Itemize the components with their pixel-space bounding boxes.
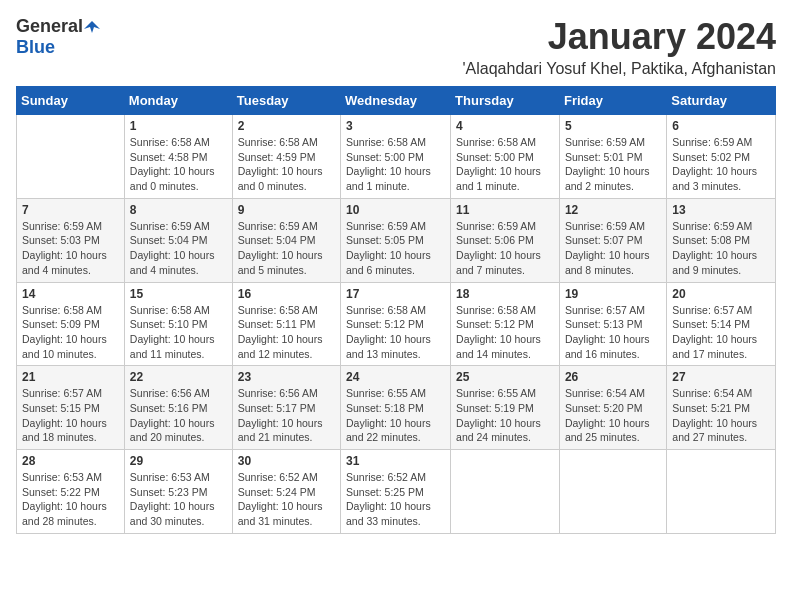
logo: General Blue [16,16,101,58]
table-row: 2Sunrise: 6:58 AM Sunset: 4:59 PM Daylig… [232,115,340,199]
table-row: 25Sunrise: 6:55 AM Sunset: 5:19 PM Dayli… [451,366,560,450]
svg-marker-0 [84,21,100,33]
day-number: 18 [456,287,554,301]
col-wednesday: Wednesday [341,87,451,115]
table-row [451,450,560,534]
day-info: Sunrise: 6:55 AM Sunset: 5:18 PM Dayligh… [346,386,445,445]
day-number: 31 [346,454,445,468]
day-info: Sunrise: 6:58 AM Sunset: 5:10 PM Dayligh… [130,303,227,362]
table-row: 13Sunrise: 6:59 AM Sunset: 5:08 PM Dayli… [667,198,776,282]
day-info: Sunrise: 6:59 AM Sunset: 5:01 PM Dayligh… [565,135,661,194]
logo-bird-icon [84,19,100,35]
day-number: 6 [672,119,770,133]
table-row: 22Sunrise: 6:56 AM Sunset: 5:16 PM Dayli… [124,366,232,450]
table-row: 29Sunrise: 6:53 AM Sunset: 5:23 PM Dayli… [124,450,232,534]
day-info: Sunrise: 6:59 AM Sunset: 5:06 PM Dayligh… [456,219,554,278]
table-row: 24Sunrise: 6:55 AM Sunset: 5:18 PM Dayli… [341,366,451,450]
page-header: General Blue January 2024 'Alaqahdari Yo… [16,16,776,78]
day-info: Sunrise: 6:53 AM Sunset: 5:23 PM Dayligh… [130,470,227,529]
table-row: 20Sunrise: 6:57 AM Sunset: 5:14 PM Dayli… [667,282,776,366]
day-info: Sunrise: 6:59 AM Sunset: 5:07 PM Dayligh… [565,219,661,278]
day-info: Sunrise: 6:58 AM Sunset: 5:12 PM Dayligh… [456,303,554,362]
day-number: 20 [672,287,770,301]
day-info: Sunrise: 6:57 AM Sunset: 5:15 PM Dayligh… [22,386,119,445]
calendar-table: Sunday Monday Tuesday Wednesday Thursday… [16,86,776,534]
logo-general-text: General [16,16,83,37]
calendar-week-row: 28Sunrise: 6:53 AM Sunset: 5:22 PM Dayli… [17,450,776,534]
table-row: 3Sunrise: 6:58 AM Sunset: 5:00 PM Daylig… [341,115,451,199]
day-info: Sunrise: 6:55 AM Sunset: 5:19 PM Dayligh… [456,386,554,445]
col-tuesday: Tuesday [232,87,340,115]
table-row: 5Sunrise: 6:59 AM Sunset: 5:01 PM Daylig… [559,115,666,199]
day-info: Sunrise: 6:58 AM Sunset: 4:58 PM Dayligh… [130,135,227,194]
day-number: 25 [456,370,554,384]
table-row: 9Sunrise: 6:59 AM Sunset: 5:04 PM Daylig… [232,198,340,282]
table-row: 26Sunrise: 6:54 AM Sunset: 5:20 PM Dayli… [559,366,666,450]
table-row: 31Sunrise: 6:52 AM Sunset: 5:25 PM Dayli… [341,450,451,534]
day-number: 19 [565,287,661,301]
day-number: 13 [672,203,770,217]
day-number: 5 [565,119,661,133]
day-number: 22 [130,370,227,384]
day-number: 16 [238,287,335,301]
table-row: 21Sunrise: 6:57 AM Sunset: 5:15 PM Dayli… [17,366,125,450]
day-number: 14 [22,287,119,301]
day-number: 29 [130,454,227,468]
day-number: 2 [238,119,335,133]
day-info: Sunrise: 6:56 AM Sunset: 5:16 PM Dayligh… [130,386,227,445]
day-number: 28 [22,454,119,468]
calendar-header-row: Sunday Monday Tuesday Wednesday Thursday… [17,87,776,115]
month-title: January 2024 [463,16,777,58]
day-info: Sunrise: 6:58 AM Sunset: 5:09 PM Dayligh… [22,303,119,362]
day-number: 1 [130,119,227,133]
day-number: 7 [22,203,119,217]
location-title: 'Alaqahdari Yosuf Khel, Paktika, Afghani… [463,60,777,78]
calendar-week-row: 21Sunrise: 6:57 AM Sunset: 5:15 PM Dayli… [17,366,776,450]
day-info: Sunrise: 6:59 AM Sunset: 5:03 PM Dayligh… [22,219,119,278]
day-info: Sunrise: 6:59 AM Sunset: 5:04 PM Dayligh… [238,219,335,278]
logo-blue-text: Blue [16,37,55,58]
table-row [559,450,666,534]
col-thursday: Thursday [451,87,560,115]
day-number: 15 [130,287,227,301]
col-saturday: Saturday [667,87,776,115]
day-info: Sunrise: 6:59 AM Sunset: 5:04 PM Dayligh… [130,219,227,278]
table-row: 18Sunrise: 6:58 AM Sunset: 5:12 PM Dayli… [451,282,560,366]
table-row: 1Sunrise: 6:58 AM Sunset: 4:58 PM Daylig… [124,115,232,199]
table-row: 27Sunrise: 6:54 AM Sunset: 5:21 PM Dayli… [667,366,776,450]
day-info: Sunrise: 6:58 AM Sunset: 5:00 PM Dayligh… [456,135,554,194]
calendar-week-row: 7Sunrise: 6:59 AM Sunset: 5:03 PM Daylig… [17,198,776,282]
day-number: 30 [238,454,335,468]
day-info: Sunrise: 6:53 AM Sunset: 5:22 PM Dayligh… [22,470,119,529]
day-number: 12 [565,203,661,217]
day-info: Sunrise: 6:54 AM Sunset: 5:21 PM Dayligh… [672,386,770,445]
table-row [667,450,776,534]
day-info: Sunrise: 6:59 AM Sunset: 5:02 PM Dayligh… [672,135,770,194]
day-number: 17 [346,287,445,301]
day-number: 26 [565,370,661,384]
table-row: 28Sunrise: 6:53 AM Sunset: 5:22 PM Dayli… [17,450,125,534]
title-section: January 2024 'Alaqahdari Yosuf Khel, Pak… [463,16,777,78]
col-friday: Friday [559,87,666,115]
day-info: Sunrise: 6:58 AM Sunset: 5:00 PM Dayligh… [346,135,445,194]
day-info: Sunrise: 6:57 AM Sunset: 5:14 PM Dayligh… [672,303,770,362]
calendar-week-row: 14Sunrise: 6:58 AM Sunset: 5:09 PM Dayli… [17,282,776,366]
day-info: Sunrise: 6:52 AM Sunset: 5:24 PM Dayligh… [238,470,335,529]
table-row: 30Sunrise: 6:52 AM Sunset: 5:24 PM Dayli… [232,450,340,534]
col-monday: Monday [124,87,232,115]
day-info: Sunrise: 6:52 AM Sunset: 5:25 PM Dayligh… [346,470,445,529]
day-info: Sunrise: 6:59 AM Sunset: 5:05 PM Dayligh… [346,219,445,278]
table-row: 14Sunrise: 6:58 AM Sunset: 5:09 PM Dayli… [17,282,125,366]
table-row: 15Sunrise: 6:58 AM Sunset: 5:10 PM Dayli… [124,282,232,366]
table-row: 7Sunrise: 6:59 AM Sunset: 5:03 PM Daylig… [17,198,125,282]
table-row: 6Sunrise: 6:59 AM Sunset: 5:02 PM Daylig… [667,115,776,199]
day-number: 23 [238,370,335,384]
table-row: 23Sunrise: 6:56 AM Sunset: 5:17 PM Dayli… [232,366,340,450]
table-row: 11Sunrise: 6:59 AM Sunset: 5:06 PM Dayli… [451,198,560,282]
day-number: 9 [238,203,335,217]
day-info: Sunrise: 6:59 AM Sunset: 5:08 PM Dayligh… [672,219,770,278]
table-row [17,115,125,199]
day-number: 4 [456,119,554,133]
table-row: 17Sunrise: 6:58 AM Sunset: 5:12 PM Dayli… [341,282,451,366]
col-sunday: Sunday [17,87,125,115]
